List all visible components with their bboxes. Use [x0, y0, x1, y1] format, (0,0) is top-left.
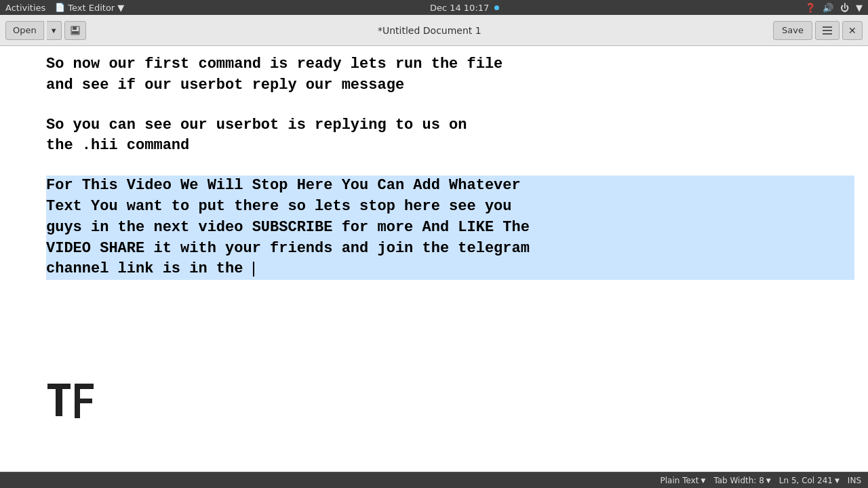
position-arrow: ▼ [835, 477, 840, 484]
text-editor-arrow: ▼ [117, 3, 124, 13]
svg-rect-1 [73, 26, 77, 30]
plain-text-item[interactable]: Plain Text ▼ [660, 476, 706, 485]
volume-icon: 🔊 [823, 3, 833, 13]
logo [46, 382, 97, 431]
dot-indicator [494, 5, 499, 10]
power-icon: ⏻ [840, 3, 849, 13]
plain-text-label: Plain Text [660, 476, 699, 485]
text-line: VIDEO SHARE it with your friends and joi… [46, 239, 854, 260]
text-cursor [253, 262, 254, 277]
svg-rect-3 [47, 384, 71, 389]
text-line: So now our first command is ready lets r… [46, 54, 854, 75]
text-line: and see if our userbot reply our message [46, 75, 854, 96]
document-title: *Untitled Document 1 [89, 25, 770, 36]
activities-button[interactable]: Activities [5, 3, 45, 13]
open-dropdown-button[interactable]: ▼ [47, 21, 62, 40]
settings-arrow[interactable]: ▼ [856, 3, 863, 13]
system-bar-center: Dec 14 10:17 [430, 3, 499, 13]
editor-area[interactable]: So now our first command is ready lets r… [0, 46, 868, 472]
svg-rect-5 [75, 384, 94, 389]
svg-rect-2 [72, 31, 79, 34]
position-item[interactable]: Ln 5, Col 241 ▼ [779, 476, 840, 485]
open-button[interactable]: Open [5, 21, 44, 40]
position-label: Ln 5, Col 241 [779, 476, 833, 485]
svg-rect-7 [80, 399, 92, 403]
text-block-2: So you can see our userbot is replying t… [46, 115, 854, 157]
text-editor-icon: 📄 [55, 3, 65, 12]
system-bar: Activities 📄 Text Editor ▼ Dec 14 10:17 … [0, 0, 868, 15]
menu-button[interactable] [815, 21, 840, 40]
text-block-1: So now our first command is ready lets r… [46, 54, 854, 96]
svg-rect-4 [56, 389, 62, 416]
text-block-3: For This Video We Will Stop Here You Can… [46, 176, 854, 280]
logo-area [46, 382, 97, 431]
status-bar-right: Plain Text ▼ Tab Width: 8 ▼ Ln 5, Col 24… [660, 476, 862, 485]
text-line: So you can see our userbot is replying t… [46, 115, 854, 136]
save-button[interactable]: Save [773, 21, 812, 40]
save-doc-icon [71, 26, 80, 35]
tab-width-item[interactable]: Tab Width: 8 ▼ [713, 476, 770, 485]
title-bar-left: Open ▼ [5, 21, 86, 40]
title-bar: Open ▼ *Untitled Document 1 Save ✕ [0, 15, 868, 46]
svg-rect-6 [75, 389, 80, 418]
text-line: the .hii command [46, 136, 854, 157]
text-editor-menu[interactable]: 📄 Text Editor ▼ [55, 3, 124, 13]
system-bar-left: Activities 📄 Text Editor ▼ [5, 3, 124, 13]
status-bar: Plain Text ▼ Tab Width: 8 ▼ Ln 5, Col 24… [0, 472, 868, 488]
plain-text-arrow: ▼ [701, 477, 705, 484]
title-bar-right: Save ✕ [773, 21, 863, 40]
tab-width-arrow: ▼ [766, 477, 771, 484]
ins-label: INS [848, 476, 861, 485]
tab-width-label: Tab Width: 8 [713, 476, 764, 485]
text-line: guys in the next video SUBSCRIBE for mor… [46, 218, 854, 239]
save-doc-button[interactable] [64, 21, 86, 40]
system-bar-right: ❓ 🔊 ⏻ ▼ [805, 3, 863, 13]
help-icon: ❓ [805, 3, 816, 13]
close-button[interactable]: ✕ [842, 21, 863, 40]
editor-content[interactable]: So now our first command is ready lets r… [0, 46, 868, 472]
text-line: For This Video We Will Stop Here You Can… [46, 176, 854, 197]
text-line: Text You want to put there so lets stop … [46, 197, 854, 218]
text-editor-label: Text Editor [68, 3, 115, 13]
logo-svg [46, 382, 97, 420]
hamburger-icon [821, 25, 833, 36]
datetime-label: Dec 14 10:17 [430, 3, 489, 13]
text-line: channel link is in the [46, 259, 854, 280]
